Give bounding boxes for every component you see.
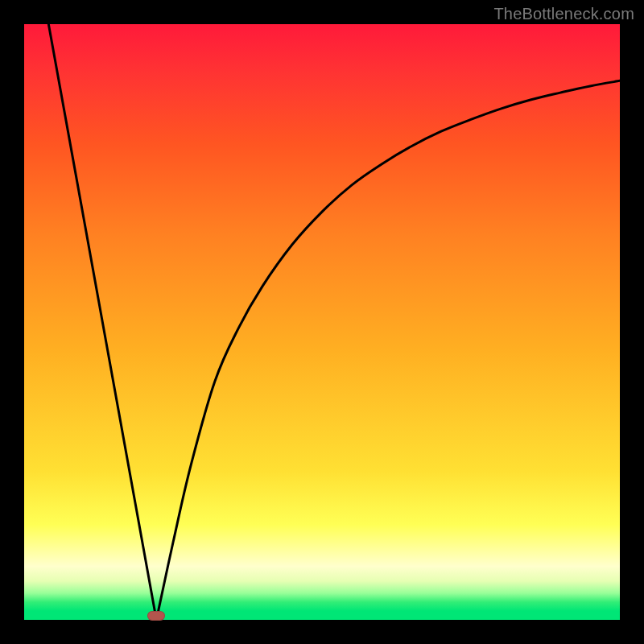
minimum-marker xyxy=(147,611,165,621)
chart-svg xyxy=(24,24,620,620)
chart-frame xyxy=(24,24,620,620)
curve-right-branch xyxy=(156,80,620,620)
curve-left-branch xyxy=(48,24,156,620)
watermark-text: TheBottleneck.com xyxy=(493,5,634,23)
